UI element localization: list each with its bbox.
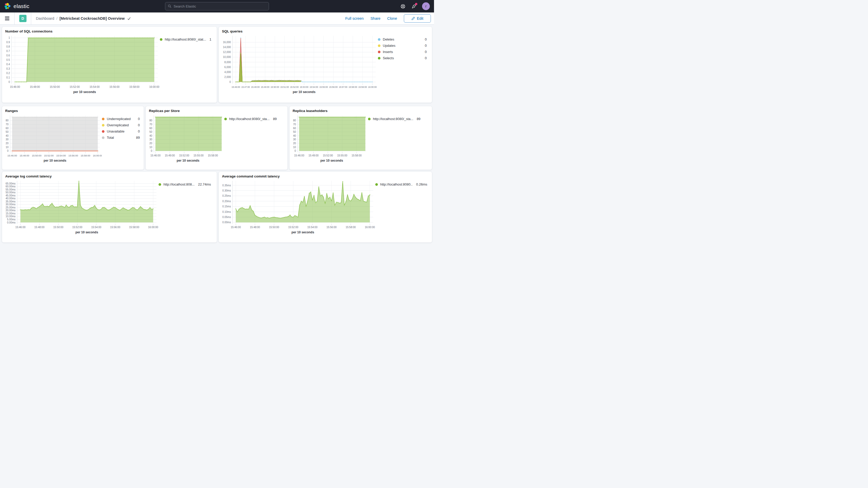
svg-text:0.5: 0.5	[6, 58, 10, 61]
svg-text:70: 70	[293, 123, 296, 126]
svg-text:1: 1	[8, 36, 10, 39]
svg-text:20: 20	[149, 142, 153, 145]
legend-series-dot	[378, 57, 380, 60]
svg-text:14,000: 14,000	[223, 46, 231, 49]
svg-text:0: 0	[294, 149, 296, 152]
dashboard-app-badge[interactable]: D	[19, 15, 27, 22]
clone-button[interactable]: Clone	[387, 17, 397, 21]
chart-legend: Deletes0Updates0Inserts0Selects0	[378, 37, 427, 60]
legend-item[interactable]: Deletes0	[378, 37, 427, 41]
chart-legend: http://localhost:8080/_sta...89	[224, 117, 283, 121]
legend-item[interactable]: Total89	[102, 135, 140, 140]
legend-series-dot	[378, 51, 380, 53]
kibana-dashboard-page: elastic	[0, 0, 434, 244]
legend-item[interactable]: Updates0	[378, 44, 427, 48]
legend-item[interactable]: http://localhost:8080/_stat...1	[160, 37, 213, 41]
legend-item[interactable]: http://localhost:8080...0.26ms	[375, 182, 427, 186]
legend-series-label: Selects	[383, 56, 423, 60]
svg-text:0: 0	[151, 149, 152, 152]
panel-title: Ranges	[5, 109, 141, 113]
legend-series-value: 0	[138, 117, 140, 121]
svg-text:15:58:00: 15:58:00	[129, 86, 140, 88]
legend-series-value: 0.26ms	[416, 182, 427, 186]
legend-item[interactable]: Inserts0	[378, 50, 427, 54]
svg-text:60: 60	[6, 127, 9, 130]
svg-text:15:46:00: 15:46:00	[16, 226, 26, 229]
share-button[interactable]: Share	[370, 17, 380, 21]
legend-item[interactable]: Overreplicated0	[102, 123, 140, 127]
legend-item[interactable]: http://localhost:8080/_sta...89	[224, 117, 283, 121]
legend-series-value: 89	[273, 117, 277, 121]
svg-text:15:48:00: 15:48:00	[30, 86, 40, 88]
chart-log-commit-latency[interactable]: 15:46:0015:48:0015:50:0015:52:0015:54:00…	[5, 179, 158, 238]
legend-series-value: 0	[425, 37, 427, 41]
svg-text:40: 40	[149, 134, 153, 137]
svg-text:15:54:00: 15:54:00	[91, 226, 101, 229]
search-input[interactable]	[174, 4, 266, 8]
svg-text:30: 30	[149, 138, 153, 141]
legend-series-dot	[378, 44, 380, 47]
svg-text:15:46:00: 15:46:00	[7, 154, 17, 157]
legend-series-dot	[368, 118, 371, 120]
panel-title: Replicas per Store	[149, 109, 284, 113]
user-avatar[interactable]: r	[422, 2, 430, 10]
fullscreen-button[interactable]: Full screen	[345, 17, 364, 21]
svg-text:16:00:00: 16:00:00	[365, 226, 375, 229]
svg-text:16:00:00: 16:00:00	[149, 86, 159, 88]
svg-text:50.00ms: 50.00ms	[5, 191, 16, 194]
svg-text:15:52:00: 15:52:00	[72, 226, 82, 229]
svg-text:15:58:00: 15:58:00	[352, 154, 362, 157]
hamburger-icon	[5, 16, 9, 21]
breadcrumb-dashboard-link[interactable]: Dashboard	[36, 17, 54, 21]
panel-title: Average command commit latency	[222, 174, 429, 178]
svg-text:15:50:00: 15:50:00	[271, 86, 279, 88]
svg-text:15:55:00: 15:55:00	[337, 154, 347, 157]
panel-replicas-per-store: Replicas per Store 15:46:0015:49:0015:52…	[146, 106, 287, 170]
legend-item[interactable]: http://localhost:808...22.74ms	[158, 182, 213, 186]
svg-text:80: 80	[293, 119, 296, 122]
svg-text:15:46:00: 15:46:00	[10, 86, 20, 88]
panel-replica-leaseholders: Replica leaseholders 15:46:0015:49:0015:…	[289, 106, 432, 170]
toolbar-actions: Full screen Share Clone Edit	[345, 14, 431, 23]
edit-button[interactable]: Edit	[404, 14, 431, 23]
title-check-icon[interactable]	[127, 17, 131, 20]
svg-text:0: 0	[7, 149, 8, 152]
elastic-logo-block[interactable]: elastic	[4, 3, 29, 10]
panel-title: Replica leaseholders	[292, 109, 429, 113]
global-search[interactable]	[165, 2, 269, 10]
chart-sql-queries[interactable]: 15:46:0015:47:0015:48:0015:49:0015:50:00…	[222, 34, 378, 97]
svg-text:70: 70	[6, 123, 9, 126]
legend-series-label: http://localhost:808...	[163, 182, 195, 186]
chart-command-commit-latency[interactable]: 15:46:0015:48:0015:50:0015:52:0015:54:00…	[222, 179, 375, 238]
legend-series-label: Deletes	[383, 37, 423, 41]
legend-series-label: http://localhost:8080/_sta...	[229, 117, 270, 121]
svg-text:50: 50	[149, 130, 153, 133]
svg-text:15:56:00: 15:56:00	[327, 226, 337, 229]
chart-ranges[interactable]: 15:46:0015:48:0015:50:0015:52:0015:54:00…	[5, 113, 102, 166]
chart-sql-connections[interactable]: 15:46:0015:48:0015:50:0015:52:0015:54:00…	[5, 34, 160, 97]
svg-text:25.00ms: 25.00ms	[5, 206, 16, 209]
svg-text:0.6: 0.6	[6, 54, 10, 57]
legend-item[interactable]: Unavailable0	[102, 129, 140, 133]
legend-series-label: http://localhost:8080/_stat...	[165, 37, 206, 41]
chart-replicas-per-store[interactable]: 15:46:0015:49:0015:52:0015:55:0015:58:00…	[149, 113, 224, 166]
legend-item[interactable]: Underreplicated0	[102, 117, 140, 121]
main-menu-button[interactable]	[0, 12, 14, 24]
svg-text:60.00ms: 60.00ms	[5, 185, 16, 188]
legend-series-dot	[102, 118, 104, 120]
chart-replica-leaseholders[interactable]: 15:46:0015:49:0015:52:0015:55:0015:58:00…	[292, 113, 368, 166]
svg-text:per 10 seconds: per 10 seconds	[291, 231, 314, 234]
svg-text:15:47:00: 15:47:00	[241, 86, 250, 88]
svg-text:35.00ms: 35.00ms	[5, 200, 16, 203]
svg-text:15:48:00: 15:48:00	[251, 86, 259, 88]
legend-item[interactable]: http://localhost:8080/_sta...89	[368, 117, 428, 121]
svg-text:15:54:00: 15:54:00	[89, 86, 99, 88]
legend-item[interactable]: Selects0	[378, 56, 427, 60]
help-button[interactable]	[400, 4, 405, 9]
svg-text:10: 10	[149, 146, 153, 149]
legend-series-value: 0	[425, 56, 427, 60]
svg-text:20: 20	[6, 142, 9, 145]
chart-legend: http://localhost:808...22.74ms	[158, 182, 213, 186]
newsfeed-button[interactable]	[411, 4, 416, 9]
elastic-logo-icon	[4, 3, 11, 10]
